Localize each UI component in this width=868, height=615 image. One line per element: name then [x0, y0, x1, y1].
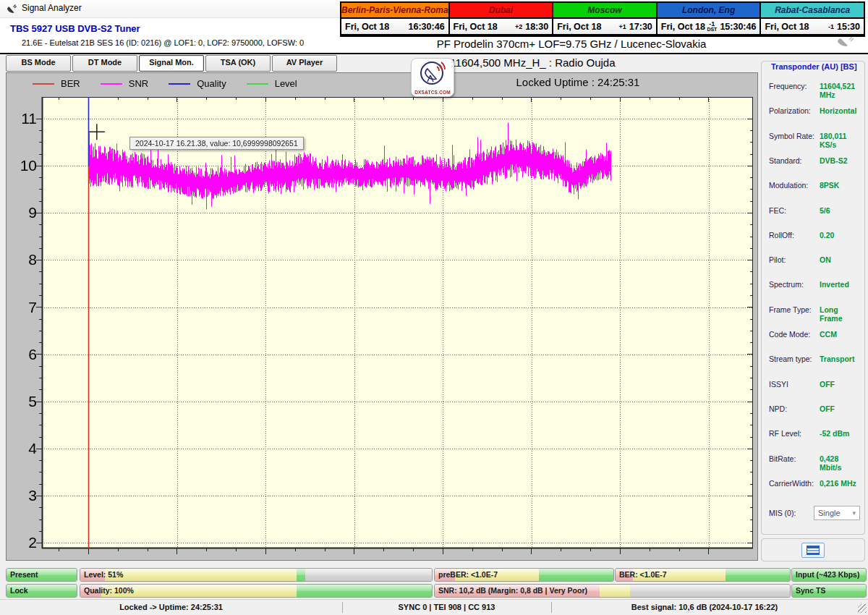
transponder-label: Stream type: — [769, 355, 820, 365]
signal-chart-area: BERSNRQualityLevel Locked Uptime : 24:25… — [6, 72, 758, 561]
transponder-row: CarrierWidth:0,216 MHz — [769, 479, 861, 489]
clock-date: Fri, Oct 18 — [345, 22, 409, 32]
transponder-label: Pilot: — [769, 255, 820, 266]
legend-label: SNR — [129, 78, 148, 89]
transponder-label: RollOff: — [769, 231, 820, 241]
transponder-value: CCM — [820, 330, 861, 340]
clock-date: Fri, Oct 18 — [661, 22, 707, 32]
y-axis-tick-label: 9 — [7, 203, 37, 222]
y-axis-tick-label: 6 — [7, 345, 37, 364]
transponder-label: Spectrum: — [769, 280, 820, 290]
bar-label: Level: 51% — [84, 569, 123, 580]
legend-item-ber: BER — [33, 78, 80, 89]
y-axis-tick-label: 5 — [7, 392, 37, 411]
console-button[interactable] — [801, 543, 825, 558]
bar-quality: Quality: 100% — [80, 584, 433, 598]
clock-city-label: Rabat-Casablanca — [761, 3, 864, 19]
y-axis-tick-label: 4 — [7, 439, 37, 458]
transponder-label: Code Mode: — [769, 330, 820, 340]
transponder-row: ISSYIOFF — [769, 380, 861, 390]
dxsatcs-logo: DXSATCS.COM — [411, 58, 454, 97]
bar-gloss — [80, 569, 432, 581]
transponder-value: OFF — [820, 404, 861, 415]
status-sync: SYNC 0 | TEI 908 | CC 913 — [342, 600, 551, 615]
mis-label: MIS (0): — [769, 509, 814, 517]
toolbar-button-dt-mode[interactable]: DT Mode — [72, 55, 137, 72]
mis-value: Single — [818, 509, 841, 517]
satellite-dish-icon — [6, 3, 17, 14]
clock-time: 15:30 — [837, 22, 860, 32]
legend-label: BER — [61, 78, 80, 89]
transponder-value: 5/6 — [820, 206, 861, 216]
transponder-label: Modulation: — [769, 181, 820, 191]
chevron-down-icon: ▾ — [852, 509, 856, 517]
bar-ber: BER: <1.0E-7 — [615, 568, 791, 582]
bar-label: Present — [10, 569, 38, 580]
legend-swatch — [247, 83, 268, 85]
transponder-row: Frame Type:Long Frame — [769, 305, 861, 315]
transponder-row: Spectrum:Inverted — [769, 280, 861, 290]
transponder-row: Stream type:Transport — [769, 355, 861, 365]
transponder-row: RF Level:-52 dBm — [769, 429, 861, 439]
bar-syncts: Sync TS — [791, 584, 867, 598]
clock-time-row: Fri, Oct 18-1DST15:30:46 — [658, 19, 760, 34]
transponder-label: FEC: — [769, 206, 820, 216]
clock-moscow: MoscowFri, Oct 18+117:30 — [553, 3, 658, 35]
mis-dropdown[interactable]: Single ▾ — [814, 506, 860, 520]
bar-input: Input (~423 Kbps) — [791, 568, 867, 582]
status-bar: Locked -> Uptime: 24:25:31 SYNC 0 | TEI … — [0, 599, 868, 615]
window-title: Signal Analyzer — [22, 3, 82, 13]
mis-row: MIS (0): Single ▾ — [769, 506, 861, 520]
transponder-groupbox: Transponder (AU) [BS] Frequency:11604,52… — [761, 61, 865, 535]
transponder-row: Symbol Rate:180,011 KS/s — [769, 132, 861, 142]
transponder-row: FEC:5/6 — [769, 206, 861, 216]
clock-utc-offset: +2 — [515, 24, 522, 30]
bar-lock: Lock — [6, 584, 77, 598]
clock-time-row: Fri, Oct 18+218:30 — [450, 19, 553, 34]
transponder-value: Transport — [820, 355, 861, 365]
cursor-tooltip: 2024-10-17 16.21.38, value: 10,699999809… — [129, 137, 304, 150]
transponder-value: 0.20 — [820, 231, 861, 241]
clock-city-label: Moscow — [553, 3, 656, 19]
legend-swatch — [101, 83, 122, 85]
legend-item-snr: SNR — [101, 78, 148, 89]
clock-utc-offset: -1 — [828, 24, 834, 30]
transponder-label: ISSYI — [769, 380, 820, 390]
y-axis-tick-label: 3 — [7, 486, 37, 505]
transponder-value: OFF — [820, 380, 861, 390]
transponder-value: Horizontal — [820, 106, 861, 116]
clock-time-row: Fri, Oct 18+117:30 — [553, 19, 656, 34]
toolbar-button-bs-mode[interactable]: BS Mode — [6, 55, 71, 72]
clock-time: 16:30:46 — [409, 22, 445, 32]
bar-label: Lock — [10, 585, 28, 596]
legend-item-level: Level — [247, 78, 297, 89]
status-best-signal: Best signal: 10,6 dB (2024-10-17 16:22) — [551, 600, 858, 615]
clock-london-eng: London, EngFri, Oct 18-1DST15:30:46 — [658, 3, 762, 35]
transponder-label: Symbol Rate: — [769, 132, 820, 142]
clock-date: Fri, Oct 18 — [765, 22, 828, 32]
legend-swatch — [169, 83, 190, 85]
y-axis-tick-label: 11 — [7, 109, 37, 128]
bar-preber: preBER: <1.0E-7 — [434, 568, 614, 582]
transponder-value: ON — [820, 255, 861, 266]
locked-uptime-line: Locked Uptime : 24:25:31 — [412, 76, 744, 88]
clock-date: Fri, Oct 18 — [454, 22, 515, 32]
clock-city-label: London, Eng — [658, 3, 760, 19]
bar-label: preBER: <1.0E-7 — [438, 569, 498, 580]
transponder-panel: Transponder (AU) [BS] Frequency:11604,52… — [758, 55, 868, 564]
toolbar-button-tsa-ok-[interactable]: TSA (OK) — [205, 55, 271, 72]
clock-date: Fri, Oct 18 — [557, 22, 618, 32]
site-description: PF Prodelin 370cm+ LOF=9.75 GHz / Lucene… — [347, 38, 796, 50]
toolbar-button-signal-mon-[interactable]: Signal Mon. — [139, 55, 204, 72]
clock-rabat-casablanca: Rabat-CasablancaFri, Oct 18-115:30 — [761, 3, 864, 35]
clock-berlin-paris-vienna-roma: Berlin-Paris-Vienna-RomaFri, Oct 1816:30… — [341, 3, 450, 35]
frequency-service-line: f=11604,500 MHz_H_ : Radio Oujda — [311, 56, 745, 69]
transponder-value: 11604,521 MHz — [820, 82, 861, 92]
legend-label: Quality — [197, 78, 226, 89]
snr-chart-canvas[interactable] — [7, 73, 759, 561]
resize-grip[interactable] — [858, 604, 867, 613]
bar-snr: SNR: 10,2 dB (Margin: 0,8 dB | Very Poor… — [434, 584, 791, 598]
clock-time-row: Fri, Oct 1816:30:46 — [341, 19, 448, 34]
bar-label: Sync TS — [796, 585, 825, 596]
signal-bars-zone: PresentLevel: 51%preBER: <1.0E-7BER: <1.… — [0, 564, 868, 599]
